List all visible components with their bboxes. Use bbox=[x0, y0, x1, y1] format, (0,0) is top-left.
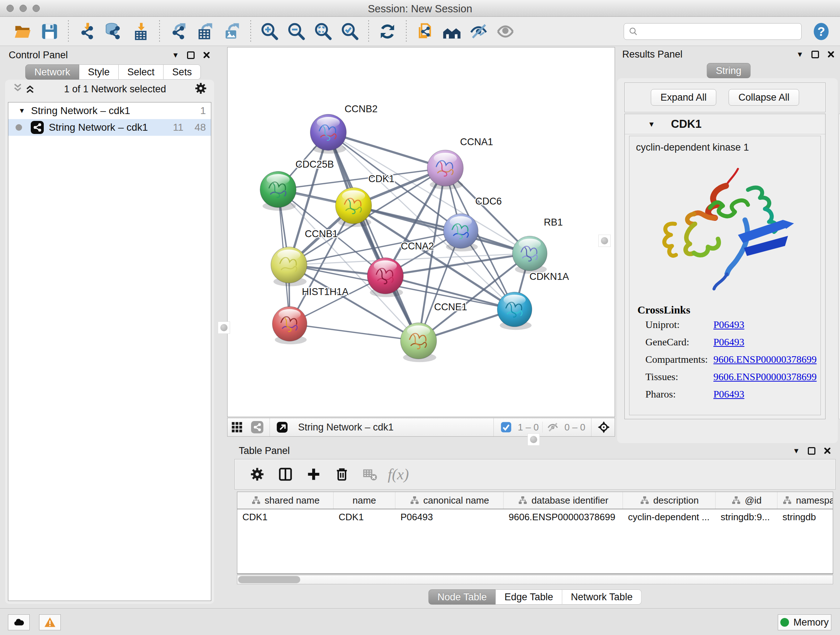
crosslink-link[interactable]: P06493 bbox=[714, 319, 745, 331]
right-splitter-handle[interactable] bbox=[598, 234, 611, 247]
node-rb1[interactable] bbox=[513, 236, 547, 274]
edge[interactable] bbox=[354, 206, 530, 253]
show-eye-button[interactable] bbox=[494, 21, 516, 42]
entry-expander-icon[interactable]: ▼ bbox=[648, 120, 655, 128]
node-entry-header[interactable]: ▼ CDK1 bbox=[625, 114, 825, 134]
node-cdk1[interactable] bbox=[335, 187, 371, 227]
warning-icon bbox=[44, 616, 56, 629]
zoom-fit-button[interactable] bbox=[312, 21, 334, 42]
plus-button[interactable] bbox=[303, 464, 324, 485]
node-ccne1[interactable] bbox=[401, 323, 437, 363]
panel-maximize-icon[interactable] bbox=[187, 51, 195, 59]
node-cdc6[interactable] bbox=[444, 214, 478, 251]
table-horizontal-scrollbar[interactable] bbox=[237, 575, 833, 584]
collapse-all-button[interactable]: Collapse All bbox=[729, 89, 799, 106]
import-network-button[interactable] bbox=[76, 21, 98, 42]
panel-float-icon[interactable]: ▼ bbox=[796, 51, 804, 58]
panel-close-icon[interactable] bbox=[202, 51, 210, 59]
tree-expander-icon[interactable]: ▼ bbox=[19, 107, 25, 115]
help-button[interactable]: ? bbox=[812, 22, 831, 41]
crosslink-link[interactable]: P06493 bbox=[714, 336, 745, 348]
network-row-selected[interactable]: String Network – cdk1 11 48 bbox=[8, 119, 211, 136]
column-header-name[interactable]: name bbox=[333, 492, 395, 509]
scrollbar-thumb[interactable] bbox=[238, 576, 300, 583]
tab-string[interactable]: String bbox=[707, 63, 751, 78]
node-cdc25b[interactable] bbox=[260, 171, 296, 211]
column-header-@id[interactable]: @id bbox=[715, 492, 777, 509]
edge[interactable] bbox=[290, 324, 418, 341]
panel-close-icon[interactable] bbox=[823, 447, 831, 455]
node-hist1h1a[interactable] bbox=[272, 307, 307, 344]
memory-button[interactable]: Memory bbox=[778, 614, 831, 630]
expand-all-networks-icon[interactable] bbox=[24, 82, 36, 96]
table-delete-button[interactable] bbox=[360, 464, 380, 485]
import-table-button[interactable] bbox=[130, 21, 152, 42]
grid-view-icon[interactable] bbox=[230, 420, 244, 434]
tab-sets[interactable]: Sets bbox=[164, 65, 201, 80]
collapse-all-networks-icon[interactable] bbox=[11, 82, 24, 96]
column-header-database-identifier[interactable]: database identifier bbox=[504, 492, 623, 509]
node-cdkn1a[interactable] bbox=[497, 292, 532, 330]
column-header-shared-name[interactable]: shared name bbox=[237, 492, 333, 509]
home-button[interactable] bbox=[441, 21, 463, 42]
network-options-gear-icon[interactable] bbox=[194, 81, 208, 97]
export-network-button[interactable] bbox=[167, 21, 189, 42]
import-string-button[interactable] bbox=[414, 21, 436, 42]
fx-button[interactable]: f(x) bbox=[388, 464, 409, 485]
zoom-out-button[interactable] bbox=[286, 21, 307, 42]
gear-button[interactable] bbox=[247, 464, 267, 485]
search-input[interactable] bbox=[641, 26, 797, 37]
share-view-icon[interactable] bbox=[250, 420, 264, 434]
tab-network-table[interactable]: Network Table bbox=[562, 589, 642, 605]
warnings-button[interactable] bbox=[39, 614, 61, 630]
cloud-button[interactable] bbox=[8, 614, 30, 630]
edge[interactable] bbox=[328, 133, 445, 168]
tab-node-table[interactable]: Node Table bbox=[428, 589, 496, 605]
left-splitter-handle[interactable] bbox=[218, 321, 230, 334]
open-in-window-icon[interactable] bbox=[275, 420, 289, 434]
panel-close-icon[interactable] bbox=[827, 50, 835, 58]
node-ccna1[interactable] bbox=[427, 150, 463, 189]
zoom-in-button[interactable] bbox=[259, 21, 280, 42]
node-ccnb1[interactable] bbox=[271, 247, 307, 287]
export-table-button[interactable] bbox=[194, 21, 216, 42]
tab-network[interactable]: Network bbox=[25, 65, 79, 80]
crosslink-link[interactable]: 9606.ENSP00000378699 bbox=[714, 371, 816, 383]
column-header-namespace[interactable]: namespace bbox=[777, 492, 833, 509]
import-database-button[interactable] bbox=[103, 21, 125, 42]
results-scrollbar[interactable] bbox=[838, 114, 840, 419]
table-row[interactable]: CDK1CDK1P064939606.ENSP00000378699cyclin… bbox=[237, 509, 833, 525]
node-ccnb2[interactable] bbox=[310, 114, 347, 154]
trash-button[interactable] bbox=[332, 464, 352, 485]
panel-maximize-icon[interactable] bbox=[812, 51, 819, 58]
search-box[interactable] bbox=[624, 23, 802, 40]
crosslink-link[interactable]: 9606.ENSP00000378699 bbox=[714, 354, 816, 365]
columns-button[interactable] bbox=[275, 464, 295, 485]
zoom-selected-button[interactable] bbox=[339, 21, 361, 42]
network-collection-row[interactable]: ▼ String Network – cdk1 1 bbox=[8, 103, 211, 119]
crosslink-link[interactable]: P06493 bbox=[714, 388, 745, 400]
open-button[interactable] bbox=[12, 21, 34, 42]
save-button[interactable] bbox=[39, 21, 60, 42]
panel-float-icon[interactable]: ▼ bbox=[172, 51, 179, 59]
column-header-canonical-name[interactable]: canonical name bbox=[395, 492, 504, 509]
node-label: CCNB1 bbox=[305, 228, 338, 239]
string-network-graph[interactable]: CCNB2CCNA1CDC25BCDK1CDC6RB1CCNB1CCNA2CDK… bbox=[227, 48, 615, 417]
export-image-button[interactable] bbox=[221, 21, 243, 42]
tab-edge-table[interactable]: Edge Table bbox=[496, 589, 562, 605]
column-header-description[interactable]: description bbox=[623, 492, 715, 509]
node-ccna2[interactable] bbox=[367, 258, 403, 297]
edge[interactable] bbox=[328, 133, 418, 341]
network-view-canvas[interactable]: CCNB2CCNA1CDC25BCDK1CDC6RB1CCNB1CCNA2CDK… bbox=[227, 47, 615, 417]
hide-eye-button[interactable] bbox=[468, 21, 489, 42]
selected-checkbox-icon[interactable] bbox=[499, 420, 513, 434]
crosslink-label: Uniprot: bbox=[638, 319, 714, 331]
panel-maximize-icon[interactable] bbox=[808, 447, 815, 455]
refresh-button[interactable] bbox=[377, 21, 398, 42]
expand-all-button[interactable]: Expand All bbox=[651, 89, 717, 106]
tab-style[interactable]: Style bbox=[79, 65, 118, 80]
panel-float-icon[interactable]: ▼ bbox=[793, 447, 800, 454]
birdseye-crosshair-icon[interactable] bbox=[597, 420, 611, 434]
tab-select[interactable]: Select bbox=[118, 65, 164, 80]
hidden-eye-slash-icon[interactable] bbox=[546, 420, 560, 434]
